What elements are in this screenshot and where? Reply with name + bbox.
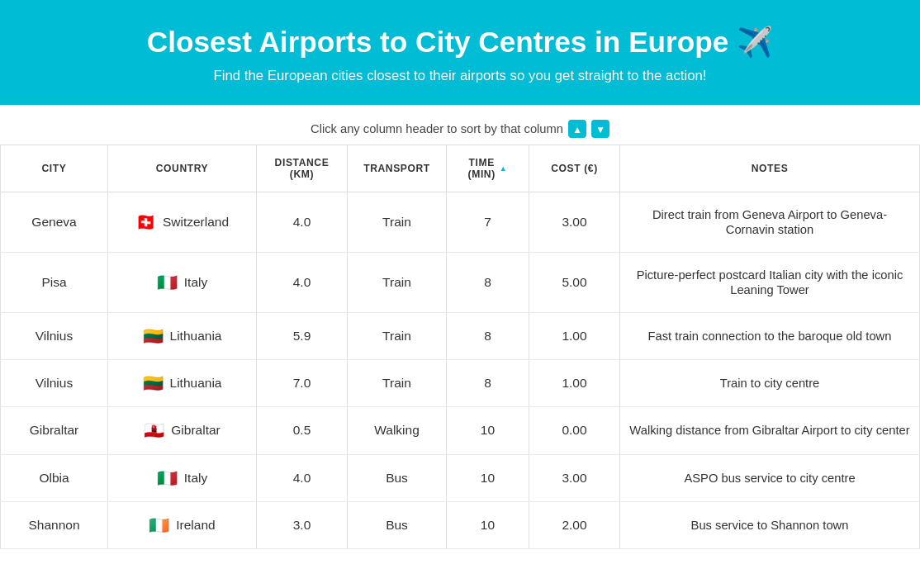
- sort-ascending-button[interactable]: ▲: [568, 120, 586, 138]
- cell-city: Pisa: [1, 253, 108, 313]
- cell-cost: 3.00: [529, 454, 620, 501]
- cell-time: 10: [447, 454, 529, 501]
- col-header-country[interactable]: COUNTRY: [108, 145, 257, 192]
- col-header-notes[interactable]: NOTES: [620, 145, 920, 192]
- page-subtitle: Find the European cities closest to thei…: [17, 68, 903, 84]
- cell-time: 7: [447, 192, 529, 253]
- flag-icon: 🇮🇹: [157, 470, 178, 486]
- cell-notes: Walking distance from Gibraltar Airport …: [620, 407, 920, 454]
- cell-transport: Walking: [348, 407, 447, 454]
- header: Closest Airports to City Centres in Euro…: [0, 0, 920, 105]
- cell-cost: 3.00: [529, 192, 620, 253]
- country-name: Switzerland: [163, 215, 229, 230]
- cell-city: Geneva: [1, 192, 108, 253]
- cell-notes: Picture-perfect postcard Italian city wi…: [620, 253, 920, 313]
- country-name: Ireland: [176, 518, 215, 533]
- cell-time: 10: [447, 501, 529, 548]
- table-row: Pisa 🇮🇹 Italy 4.0 Train 8 5.00 Picture-p…: [1, 253, 920, 313]
- cell-city: Vilnius: [1, 360, 108, 407]
- cell-transport: Train: [348, 360, 447, 407]
- col-header-transport[interactable]: TRANSPORT: [348, 145, 447, 192]
- table-row: Shannon 🇮🇪 Ireland 3.0 Bus 10 2.00 Bus s…: [1, 501, 920, 548]
- cell-transport: Train: [348, 253, 447, 313]
- cell-transport: Train: [348, 192, 447, 253]
- cell-time: 8: [447, 253, 529, 313]
- flag-icon: 🇮🇹: [157, 274, 178, 291]
- cell-country: 🇱🇹 Lithuania: [108, 313, 257, 360]
- airports-table: CITY COUNTRY DISTANCE(KM) TRANSPORT TIME…: [0, 145, 920, 549]
- cell-country: 🇨🇭 Switzerland: [108, 192, 257, 253]
- cell-transport: Bus: [348, 454, 447, 501]
- cell-cost: 5.00: [529, 253, 620, 313]
- table-header-row: CITY COUNTRY DISTANCE(KM) TRANSPORT TIME…: [1, 145, 920, 192]
- cell-country: 🇮🇹 Italy: [108, 253, 257, 313]
- cell-time: 8: [447, 313, 529, 360]
- cell-notes: Direct train from Geneva Airport to Gene…: [620, 192, 920, 253]
- country-name: Lithuania: [170, 376, 222, 391]
- table-row: Vilnius 🇱🇹 Lithuania 7.0 Train 8 1.00 Tr…: [1, 360, 920, 407]
- sort-hint-bar: Click any column header to sort by that …: [0, 105, 920, 145]
- cell-country: 🇬🇮 Gibraltar: [108, 407, 257, 454]
- country-name: Italy: [184, 471, 207, 486]
- flag-icon: 🇱🇹: [143, 328, 164, 344]
- page-title: Closest Airports to City Centres in Euro…: [17, 25, 903, 59]
- cell-cost: 1.00: [529, 360, 620, 407]
- cell-notes: Fast train connection to the baroque old…: [620, 313, 920, 360]
- table-row: Gibraltar 🇬🇮 Gibraltar 0.5 Walking 10 0.…: [1, 407, 920, 454]
- cell-city: Olbia: [1, 454, 108, 501]
- cell-cost: 0.00: [529, 407, 620, 454]
- cell-transport: Bus: [348, 501, 447, 548]
- cell-distance: 4.0: [257, 253, 348, 313]
- sort-arrow-icon: ▲: [500, 164, 508, 173]
- cell-distance: 0.5: [257, 407, 348, 454]
- cell-notes: ASPO bus service to city centre: [620, 454, 920, 501]
- table-row: Vilnius 🇱🇹 Lithuania 5.9 Train 8 1.00 Fa…: [1, 313, 920, 360]
- sort-hint-text: Click any column header to sort by that …: [311, 122, 563, 135]
- cell-notes: Train to city centre: [620, 360, 920, 407]
- cell-time: 8: [447, 360, 529, 407]
- cell-distance: 4.0: [257, 192, 348, 253]
- flag-icon: 🇨🇭: [135, 214, 156, 230]
- flag-icon: 🇬🇮: [144, 422, 164, 439]
- col-header-city[interactable]: CITY: [1, 145, 108, 192]
- cell-city: Vilnius: [1, 313, 108, 360]
- col-header-cost[interactable]: COST (€): [529, 145, 620, 192]
- cell-cost: 1.00: [529, 313, 620, 360]
- table-row: Olbia 🇮🇹 Italy 4.0 Bus 10 3.00 ASPO bus …: [1, 454, 920, 501]
- cell-country: 🇮🇹 Italy: [108, 454, 257, 501]
- cell-city: Shannon: [1, 501, 108, 548]
- cell-transport: Train: [348, 313, 447, 360]
- country-name: Italy: [184, 275, 207, 290]
- col-header-time[interactable]: TIME(MIN) ▲: [447, 145, 529, 192]
- cell-distance: 3.0: [257, 501, 348, 548]
- table-row: Geneva 🇨🇭 Switzerland 4.0 Train 7 3.00 D…: [1, 192, 920, 253]
- cell-distance: 7.0: [257, 360, 348, 407]
- country-name: Gibraltar: [171, 423, 221, 438]
- cell-country: 🇱🇹 Lithuania: [108, 360, 257, 407]
- cell-cost: 2.00: [529, 501, 620, 548]
- cell-time: 10: [447, 407, 529, 454]
- cell-distance: 4.0: [257, 454, 348, 501]
- cell-notes: Bus service to Shannon town: [620, 501, 920, 548]
- sort-descending-button[interactable]: ▼: [591, 120, 609, 138]
- flag-icon: 🇱🇹: [143, 375, 164, 391]
- cell-country: 🇮🇪 Ireland: [108, 501, 257, 548]
- cell-distance: 5.9: [257, 313, 348, 360]
- cell-city: Gibraltar: [1, 407, 108, 454]
- col-header-distance[interactable]: DISTANCE(KM): [257, 145, 348, 192]
- country-name: Lithuania: [170, 329, 222, 344]
- flag-icon: 🇮🇪: [149, 517, 169, 533]
